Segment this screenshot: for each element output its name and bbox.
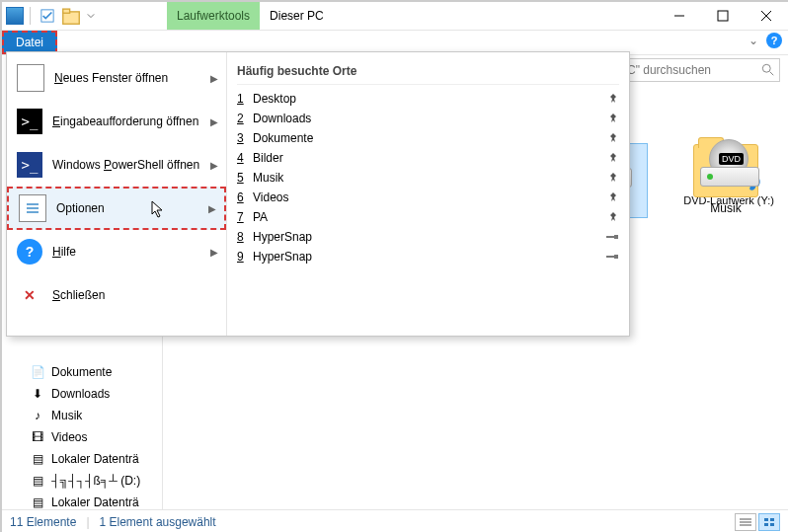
maximize-button[interactable] <box>701 2 745 30</box>
file-menu-item-ps[interactable]: >_Windows PowerShell öffnen▶ <box>7 143 226 187</box>
pin-icon[interactable] <box>607 132 619 144</box>
sidebar-item-label: Lokaler Datenträ <box>51 495 139 509</box>
sidebar-item-label: Videos <box>51 430 87 444</box>
file-menu-item-label: Eingabeaufforderung öffnen <box>52 114 198 128</box>
file-menu-item-help[interactable]: ?Hilfe▶ <box>7 230 226 273</box>
place-access-key: 5 <box>237 171 253 185</box>
pin-icon[interactable] <box>607 172 619 184</box>
svg-rect-13 <box>770 518 774 521</box>
place-item[interactable]: 1Desktop <box>237 89 619 109</box>
sidebar-item-label: Musik <box>51 409 82 422</box>
file-menu-item-close[interactable]: ✕Schließen <box>7 273 226 317</box>
place-access-key: 4 <box>237 151 253 165</box>
svg-rect-2 <box>63 9 70 13</box>
svg-rect-18 <box>27 211 39 213</box>
place-label: HyperSnap <box>253 250 312 264</box>
place-label: Desktop <box>253 92 296 106</box>
pin-icon[interactable] <box>605 232 619 242</box>
svg-rect-15 <box>770 523 774 526</box>
chevron-right-icon: ▶ <box>208 203 216 214</box>
chevron-right-icon: ▶ <box>210 160 218 171</box>
chevron-right-icon: ▶ <box>210 73 218 84</box>
doc-icon: 📄 <box>30 364 45 380</box>
place-access-key: 3 <box>237 131 253 145</box>
sidebar-item[interactable]: ⬇Downloads <box>2 383 162 405</box>
file-menu-item-label: Optionen <box>56 201 105 215</box>
system-icon[interactable] <box>4 5 26 27</box>
pin-icon[interactable] <box>607 93 619 105</box>
drive-icon: ▤ <box>30 473 45 489</box>
place-item[interactable]: 4Bilder <box>237 148 619 168</box>
place-access-key: 8 <box>237 230 253 244</box>
dl-icon: ⬇ <box>30 386 45 402</box>
status-count: 11 Elemente <box>10 515 76 529</box>
place-item[interactable]: 8HyperSnap <box>237 227 619 247</box>
sidebar-item-label: Lokaler Datenträ <box>51 452 139 466</box>
place-label: HyperSnap <box>253 230 312 244</box>
close-button[interactable] <box>745 2 788 30</box>
svg-line-8 <box>770 72 774 76</box>
pin-icon[interactable] <box>605 252 619 262</box>
view-details-button[interactable] <box>735 513 756 531</box>
ribbon-collapse-icon[interactable]: ⌄ <box>749 34 758 47</box>
dvd-drive-icon: DVD <box>697 143 760 190</box>
video-icon: 🎞 <box>30 429 45 445</box>
help-icon[interactable]: ? <box>766 33 782 48</box>
file-menu-item-label: Hilfe <box>52 245 76 259</box>
places-header: Häufig besuchte Orte <box>237 58 619 85</box>
new-folder-icon[interactable] <box>60 5 82 27</box>
qat-dropdown-icon[interactable] <box>84 5 98 27</box>
svg-rect-14 <box>764 523 768 526</box>
search-input[interactable]: C" durchsuchen <box>622 58 780 82</box>
svg-point-7 <box>762 64 770 72</box>
sidebar-item[interactable]: ♪Musik <box>2 405 162 426</box>
chevron-right-icon: ▶ <box>210 116 218 127</box>
place-access-key: 9 <box>237 250 253 264</box>
drive-icon: ▤ <box>30 494 45 509</box>
file-menu-item-cmd[interactable]: >_Eingabeaufforderung öffnen▶ <box>7 100 226 143</box>
pin-icon[interactable] <box>607 191 619 203</box>
file-menu-item-label: Windows PowerShell öffnen <box>52 158 199 172</box>
title-bar: Laufwerktools Dieser PC <box>2 2 788 31</box>
pin-icon[interactable] <box>607 211 619 223</box>
svg-rect-17 <box>27 207 39 209</box>
file-menu-commands: Neues Fenster öffnen▶>_Eingabeaufforderu… <box>7 52 227 336</box>
svg-rect-16 <box>27 203 39 205</box>
pin-icon[interactable] <box>607 152 619 164</box>
contextual-tab-label[interactable]: Laufwerktools <box>167 2 260 30</box>
place-label: Dokumente <box>253 131 313 145</box>
sidebar-item[interactable]: 📄Dokumente <box>2 361 162 383</box>
place-item[interactable]: 3Dokumente <box>237 128 619 148</box>
place-label: Bilder <box>253 151 283 165</box>
place-label: Videos <box>253 190 288 204</box>
svg-rect-12 <box>764 518 768 521</box>
status-bar: 11 Elemente | 1 Element ausgewählt <box>2 509 788 532</box>
place-item[interactable]: 5Musik <box>237 168 619 188</box>
sidebar-item[interactable]: ▤┤╗┤┐┤ß╕┴ (D:) <box>2 470 162 492</box>
window-title: Dieser PC <box>270 9 324 23</box>
sidebar-item[interactable]: ▤Lokaler Datenträ <box>2 448 162 470</box>
chevron-right-icon: ▶ <box>210 247 218 258</box>
place-item[interactable]: 6Videos <box>237 188 619 207</box>
minimize-button[interactable] <box>658 2 701 30</box>
file-menu-item-new[interactable]: Neues Fenster öffnen▶ <box>7 56 226 100</box>
place-access-key: 1 <box>237 92 253 106</box>
sidebar-item[interactable]: ▤Lokaler Datenträ <box>2 492 162 509</box>
sidebar-item-label: Dokumente <box>51 365 112 379</box>
file-menu-item-opt[interactable]: Optionen▶ <box>7 187 226 230</box>
place-item[interactable]: 7PA <box>237 207 619 227</box>
svg-rect-20 <box>614 235 618 239</box>
place-item[interactable]: 2Downloads <box>237 109 619 128</box>
place-access-key: 2 <box>237 112 253 125</box>
place-label: Musik <box>253 171 283 185</box>
folder-label: Musik <box>693 201 758 215</box>
search-icon[interactable] <box>761 63 775 77</box>
view-icons-button[interactable] <box>758 513 780 531</box>
file-menu-places: Häufig besuchte Orte 1Desktop2Downloads3… <box>227 52 629 336</box>
pin-icon[interactable] <box>607 113 619 124</box>
place-item[interactable]: 9HyperSnap <box>237 247 619 266</box>
properties-icon[interactable] <box>37 5 58 27</box>
sidebar-item[interactable]: 🎞Videos <box>2 426 162 448</box>
place-label: PA <box>253 210 268 224</box>
file-menu: Neues Fenster öffnen▶>_Eingabeaufforderu… <box>6 51 630 337</box>
